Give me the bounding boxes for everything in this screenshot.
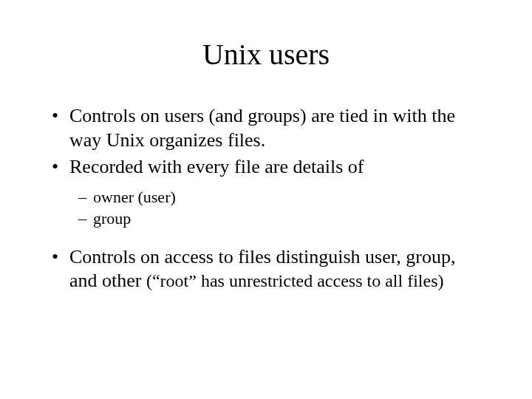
sub-bullet-text: group <box>93 209 131 228</box>
bullet-list: Controls on users (and groups) are tied … <box>52 104 480 293</box>
bullet-text: Controls on users (and groups) are tied … <box>69 105 455 151</box>
bullet-item: Recorded with every file are details of … <box>52 155 480 229</box>
sub-bullet-list: owner (user) group <box>78 187 480 229</box>
slide: Unix users Controls on users (and groups… <box>0 0 532 326</box>
bullet-text: Recorded with every file are details of <box>69 156 364 177</box>
bullet-parenthetical: (“root” has unrestricted access to all f… <box>146 271 444 290</box>
bullet-item: Controls on access to files distinguish … <box>52 245 480 293</box>
slide-title: Unix users <box>52 37 480 72</box>
bullet-item: Controls on users (and groups) are tied … <box>52 104 480 152</box>
sub-bullet-item: owner (user) <box>78 187 480 208</box>
sub-bullet-item: group <box>78 208 480 229</box>
sub-bullet-text: owner (user) <box>93 188 176 206</box>
